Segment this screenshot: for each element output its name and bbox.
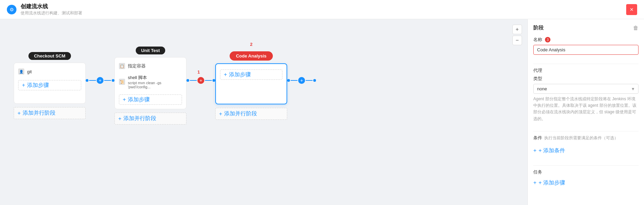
page-title: 创建流水线 <box>21 3 82 10</box>
conn-dot-3b <box>313 79 316 82</box>
conn-dot-2b <box>212 79 215 82</box>
panel-type-label: 类型 <box>533 76 639 82</box>
step-container: 📋 指定容器 <box>119 62 182 71</box>
add-parallel-unit-label: 添加并行阶段 <box>123 115 156 122</box>
stage-name-input[interactable] <box>533 45 639 55</box>
connector-1: + <box>86 77 114 84</box>
agent-type-select[interactable]: none any label node docker dockerfile <box>533 84 639 94</box>
panel-agent-section: 代理 类型 none any label node docker dockerf… <box>533 67 639 122</box>
panel-agent-label: 代理 <box>533 67 639 74</box>
add-parallel-label: 添加并行阶段 <box>23 110 56 117</box>
conn-line-1b <box>104 80 111 81</box>
conn-line-1a <box>89 80 96 81</box>
connector-add-btn-1[interactable]: + <box>97 77 104 84</box>
connector-add-btn-3[interactable]: + <box>298 77 305 84</box>
panel-condition-section: 条件 执行当前阶段所需要满足的条件（可选） + + 添加条件 <box>533 135 639 156</box>
conn-line-3a <box>291 80 297 81</box>
divider-3 <box>533 165 639 166</box>
step-shell-script: script mvn clean -gs 'pwd'/config... <box>128 81 182 89</box>
conn-dot-1b <box>112 79 114 82</box>
condition-sublabel: 执行当前阶段所需要满足的条件（可选） <box>544 135 618 141</box>
connector-2: 1 + <box>186 77 215 84</box>
add-condition-label: + 添加条件 <box>538 147 565 154</box>
app-logo: ⚙ <box>7 5 16 14</box>
zoom-controls: + − <box>512 25 522 45</box>
stage-label-unit-test[interactable]: Unit Test <box>136 47 166 54</box>
add-step-label: 添加步骤 <box>27 82 49 88</box>
add-parallel-analysis-label: 添加并行阶段 <box>224 110 257 117</box>
logo-icon: ⚙ <box>10 7 14 12</box>
panel-title: 阶段 <box>533 25 544 31</box>
stage-card-checkout-scm: 👤 git + 添加步骤 <box>14 63 86 104</box>
close-button[interactable]: × <box>626 4 637 15</box>
divider-1 <box>533 64 639 64</box>
agent-description: Agent 部分指定整个流水线或特定阶段将在 Jenkins 环境中执行的位置。… <box>533 96 639 122</box>
panel-delete-button[interactable]: 🗑 <box>633 25 639 31</box>
zoom-out-button[interactable]: − <box>512 36 522 45</box>
add-condition-plus-icon: + <box>533 148 536 154</box>
conn-dot-1 <box>86 79 88 82</box>
stage-card-unit-test: 📋 指定容器 📜 shell 脚本 script mvn clean -gs '… <box>114 57 186 109</box>
add-step-unit-label: 添加步骤 <box>128 97 150 102</box>
add-parallel-code-analysis[interactable]: + 添加并行阶段 <box>215 108 287 120</box>
panel-task-label: 任务 <box>533 169 639 175</box>
add-task-step-button[interactable]: + + 添加步骤 <box>533 177 639 189</box>
connector-add-btn-2[interactable]: + <box>197 77 204 84</box>
stage-code-analysis: 2 Code Analysis + 添加步骤 + 添加并行阶段 <box>215 51 287 120</box>
name-badge: 3 <box>545 37 550 42</box>
panel-task-section: 任务 + + 添加步骤 <box>533 169 639 189</box>
add-step-analysis-label: 添加步骤 <box>229 72 251 77</box>
pipeline-canvas: + − Checkout SCM 👤 git + 添加步骤 <box>0 19 527 205</box>
shell-icon: 📜 <box>119 79 125 85</box>
step-git-label: git <box>27 69 32 74</box>
add-parallel-plus-icon: + <box>17 110 21 116</box>
conn-dot-2 <box>186 79 189 82</box>
conn-line-3b <box>306 80 313 81</box>
right-panel: 阶段 🗑 名称 3 代理 类型 none any lab <box>527 19 644 205</box>
add-condition-button[interactable]: + + 添加条件 <box>533 145 639 156</box>
add-step-code-analysis[interactable]: + 添加步骤 <box>220 69 282 80</box>
add-step-plus-icon: + <box>22 82 25 88</box>
stage-label-checkout-scm[interactable]: Checkout SCM <box>28 52 71 60</box>
add-step-checkout[interactable]: + 添加步骤 <box>18 80 81 90</box>
condition-label: 条件 <box>533 135 542 141</box>
pipeline-row: Checkout SCM 👤 git + 添加步骤 + 添加并行阶段 <box>7 47 521 125</box>
connector-3: + <box>287 77 316 84</box>
panel-header: 阶段 🗑 <box>533 25 639 31</box>
conn-line-2a <box>190 80 197 81</box>
zoom-in-button[interactable]: + <box>512 25 522 34</box>
badge-number-1: 1 <box>197 69 200 75</box>
git-icon: 👤 <box>18 68 24 75</box>
step-shell-label: shell 脚本 <box>128 75 182 81</box>
add-parallel-unit-test[interactable]: + 添加并行阶段 <box>114 113 186 125</box>
page-subtitle: 使用流水线进行构建、测试和部署 <box>21 10 82 16</box>
panel-name-label: 名称 3 <box>533 37 639 43</box>
stage-card-code-analysis: + 添加步骤 <box>215 63 287 104</box>
add-step-unit-test[interactable]: + 添加步骤 <box>119 94 182 105</box>
agent-type-select-wrapper: none any label node docker dockerfile ▼ <box>533 84 639 94</box>
conn-dot-3 <box>287 79 290 82</box>
panel-name-section: 名称 3 <box>533 37 639 55</box>
app-header: ⚙ 创建流水线 使用流水线进行构建、测试和部署 × <box>0 0 644 19</box>
add-task-plus-icon: + <box>533 180 536 186</box>
stage-checkout-scm: Checkout SCM 👤 git + 添加步骤 + 添加并行阶段 <box>14 52 86 119</box>
add-parallel-analysis-plus-icon: + <box>219 111 222 117</box>
step-git: 👤 git <box>18 67 81 76</box>
stage-unit-test: Unit Test 📋 指定容器 📜 shell 脚本 script mvn c… <box>114 47 186 125</box>
badge-number-2: 2 <box>250 42 252 47</box>
container-icon: 📋 <box>119 63 125 69</box>
add-step-unit-plus-icon: + <box>123 97 126 102</box>
stage-label-code-analysis[interactable]: Code Analysis <box>230 51 272 61</box>
divider-2 <box>533 131 639 131</box>
conn-line-2b <box>205 80 212 81</box>
title-group: 创建流水线 使用流水线进行构建、测试和部署 <box>21 3 82 16</box>
add-step-analysis-plus-icon: + <box>224 72 227 77</box>
header-left: ⚙ 创建流水线 使用流水线进行构建、测试和部署 <box>7 3 82 16</box>
step-container-label: 指定容器 <box>128 63 146 69</box>
add-parallel-unit-plus-icon: + <box>118 116 121 122</box>
add-parallel-checkout[interactable]: + 添加并行阶段 <box>14 107 86 119</box>
add-task-label: + 添加步骤 <box>538 179 565 187</box>
main-layout: + − Checkout SCM 👤 git + 添加步骤 <box>0 19 644 205</box>
step-shell: 📜 shell 脚本 script mvn clean -gs 'pwd'/co… <box>119 73 182 90</box>
